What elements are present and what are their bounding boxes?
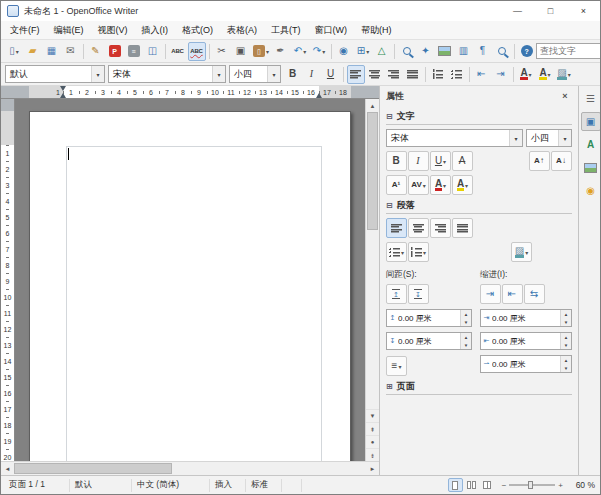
zoom-slider-thumb[interactable] — [528, 481, 533, 489]
scroll-left-button[interactable]: ◄ — [1, 462, 14, 475]
chevron-down-icon[interactable]: ▾ — [558, 130, 571, 146]
spin-up-icon[interactable]: ▲ — [461, 333, 471, 341]
spin-up-icon[interactable]: ▲ — [561, 356, 571, 364]
status-language[interactable]: 中文 (简体) — [132, 479, 210, 492]
maximize-button[interactable]: □ — [534, 1, 567, 21]
vertical-scroll-thumb[interactable] — [367, 112, 378, 230]
spacing-above-value[interactable]: 0.00 厘米 — [398, 313, 460, 324]
superscript-button[interactable]: A¹ — [386, 175, 407, 195]
view-single-page-button[interactable] — [448, 478, 463, 492]
sidebar-align-justify-button[interactable] — [452, 218, 473, 238]
menu-help[interactable]: 帮助(H) — [354, 22, 399, 39]
format-paintbrush-button[interactable]: ✒ — [272, 42, 290, 61]
navigator-button[interactable]: ✦ — [417, 42, 435, 61]
indent-after-value[interactable]: 0.00 厘米 — [492, 336, 560, 347]
print-button[interactable]: ≡ — [125, 42, 143, 61]
spin-down-icon[interactable]: ▼ — [461, 318, 471, 326]
sidebar-close-icon[interactable]: × — [558, 91, 572, 101]
paragraph-background-button[interactable]: ▨▾ — [511, 242, 532, 262]
tab-gallery[interactable] — [581, 158, 601, 177]
italic-button[interactable]: I — [303, 65, 321, 84]
decrease-font-size-button[interactable]: A↓ — [551, 151, 572, 171]
chevron-down-icon[interactable]: ▾ — [212, 66, 225, 82]
scroll-right-button[interactable]: ► — [366, 462, 379, 475]
menu-window[interactable]: 窗口(W) — [308, 22, 355, 39]
undo-button[interactable]: ↶▾ — [291, 42, 309, 61]
status-page-number[interactable]: 页面 1 / 1 — [4, 479, 70, 492]
page-preview-button[interactable]: ◫ — [144, 42, 162, 61]
right-indent-marker[interactable] — [316, 93, 322, 98]
align-left-button[interactable] — [347, 65, 365, 84]
new-document-button[interactable]: ▯▾ — [5, 42, 23, 61]
redo-button[interactable]: ↷▾ — [310, 42, 328, 61]
indent-after-spinner[interactable]: ⇤ 0.00 厘米 ▲▼ — [480, 332, 572, 350]
formatting-marks-button[interactable]: ¶ — [474, 42, 492, 61]
close-button[interactable]: × — [567, 1, 600, 21]
numbered-list-button[interactable] — [429, 65, 447, 84]
minimize-button[interactable]: — — [501, 1, 534, 21]
zoom-slider[interactable]: − + — [498, 481, 567, 490]
expand-icon[interactable]: ⊞ — [386, 382, 393, 391]
first-line-indent-marker[interactable] — [60, 86, 66, 91]
tab-properties[interactable]: ▣ — [581, 112, 601, 131]
spin-up-icon[interactable]: ▲ — [461, 310, 471, 318]
spacing-below-spinner[interactable]: ↧ 0.00 厘米 ▲▼ — [386, 332, 472, 350]
next-page-button[interactable]: ⇟ — [366, 448, 379, 461]
align-justify-button[interactable] — [404, 65, 422, 84]
sidebar-font-color-button[interactable]: A▾ — [430, 175, 451, 195]
menu-insert[interactable]: 插入(I) — [135, 22, 176, 39]
collapse-icon[interactable]: ⊟ — [386, 112, 393, 121]
tab-navigator[interactable]: ◉ — [581, 181, 601, 200]
character-section-header[interactable]: ⊟ 文字 — [386, 108, 572, 125]
switch-indent-button[interactable]: ⇆ — [524, 284, 545, 304]
menu-view[interactable]: 视图(V) — [91, 22, 135, 39]
find-text-input[interactable] — [536, 43, 601, 59]
sidebar-align-left-button[interactable] — [386, 218, 407, 238]
paragraph-section-header[interactable]: ⊟ 段落 — [386, 197, 572, 214]
underline-button[interactable]: U — [322, 65, 340, 84]
character-spacing-button[interactable]: AV▾ — [408, 175, 429, 195]
cut-button[interactable]: ✂ — [213, 42, 231, 61]
align-center-button[interactable] — [366, 65, 384, 84]
zoom-slider-track[interactable] — [509, 484, 555, 486]
status-insert-mode[interactable]: 插入 — [210, 479, 246, 492]
email-button[interactable]: ✉ — [62, 42, 80, 61]
spellcheck-button[interactable]: ABC — [169, 42, 187, 61]
view-book-mode-button[interactable] — [480, 478, 495, 492]
previous-page-button[interactable]: ⇞ — [366, 422, 379, 435]
font-color-button[interactable]: A▾ — [517, 65, 535, 84]
sidebar-align-right-button[interactable] — [430, 218, 451, 238]
spin-down-icon[interactable]: ▼ — [561, 364, 571, 372]
menu-table[interactable]: 表格(A) — [220, 22, 264, 39]
insert-table-button[interactable]: ⊞▾ — [354, 42, 372, 61]
collapse-icon[interactable]: ⊟ — [386, 201, 393, 210]
open-button[interactable]: ▰ — [24, 42, 42, 61]
sidebar-bullet-list-button[interactable]: ▾ — [386, 242, 407, 262]
hyperlink-button[interactable]: ◉ — [335, 42, 353, 61]
font-name-combo[interactable]: 宋体 ▾ — [108, 65, 226, 83]
sidebar-italic-button[interactable]: I — [408, 151, 429, 171]
scroll-down-button[interactable]: ▼ — [366, 409, 379, 422]
save-button[interactable]: ▦ — [43, 42, 61, 61]
indent-before-spinner[interactable]: ⇥ 0.00 厘米 ▲▼ — [480, 309, 572, 327]
zoom-button[interactable] — [493, 42, 511, 61]
align-right-button[interactable] — [385, 65, 403, 84]
spin-down-icon[interactable]: ▼ — [461, 341, 471, 349]
horizontal-ruler[interactable]: 1 123456789101112131415161718 — [1, 86, 379, 99]
chevron-down-icon[interactable]: ▾ — [91, 66, 104, 82]
copy-button[interactable]: ▣ — [232, 42, 250, 61]
spin-up-icon[interactable]: ▲ — [561, 333, 571, 341]
sidebar-settings-button[interactable]: ☰ — [581, 89, 601, 108]
paragraph-style-combo[interactable]: 默认 ▾ — [5, 65, 105, 83]
status-page-style[interactable]: 默认 — [70, 479, 132, 492]
sidebar-font-size-combo[interactable]: 小四 ▾ — [526, 129, 572, 147]
increase-paragraph-spacing-button[interactable]: ↥ — [386, 284, 407, 304]
edit-file-button[interactable]: ✎ — [87, 42, 105, 61]
zoom-out-icon[interactable]: − — [502, 481, 507, 490]
menu-edit[interactable]: 编辑(E) — [47, 22, 91, 39]
help-button[interactable]: ? — [518, 42, 536, 61]
zoom-in-icon[interactable]: + — [558, 481, 563, 490]
vertical-scrollbar[interactable]: ▲ ▼ ⇞ ● ⇟ — [365, 99, 379, 461]
export-pdf-button[interactable]: P — [106, 42, 124, 61]
scroll-up-button[interactable]: ▲ — [366, 99, 379, 112]
